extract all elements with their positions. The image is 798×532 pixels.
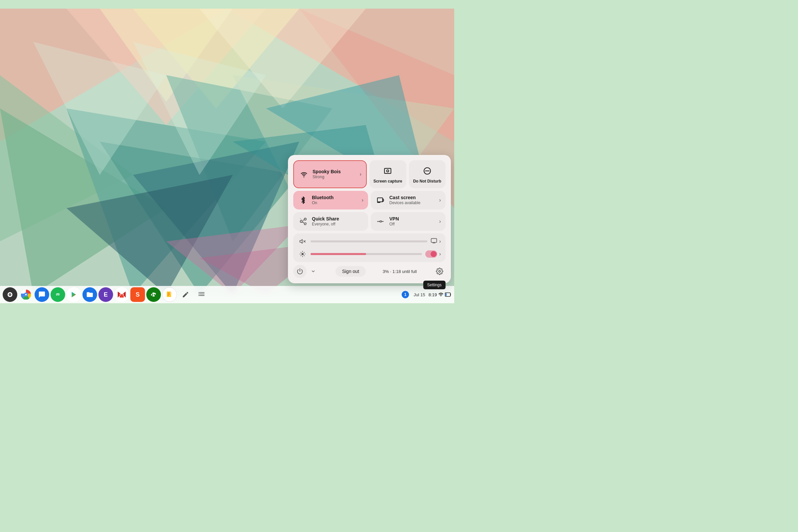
quick-share-icon	[298, 216, 308, 227]
vpn-chevron[interactable]: ›	[439, 218, 441, 225]
screen-icon	[431, 238, 437, 246]
svg-marker-51	[72, 292, 76, 298]
wifi-name: Spooky Bois	[312, 169, 357, 174]
svg-point-45	[10, 294, 11, 295]
app-files[interactable]	[82, 287, 97, 302]
do-not-disturb-tile[interactable]: Do Not Disturb	[409, 160, 446, 188]
svg-point-50	[55, 291, 61, 298]
tray-wifi-icon	[438, 292, 443, 297]
taskbar-apps: E S	[3, 287, 400, 302]
date-display[interactable]: Jul 15	[412, 291, 426, 298]
time-display[interactable]: 8:19	[429, 292, 452, 297]
app-keep[interactable]	[162, 287, 177, 302]
quick-share-status: Everyone, off	[312, 222, 363, 226]
app-gmail[interactable]	[114, 287, 129, 302]
svg-rect-60	[445, 293, 446, 296]
svg-point-35	[377, 221, 378, 222]
cast-title: Cast screen	[390, 195, 436, 201]
wifi-tile[interactable]: Spooky Bois Strong ›	[293, 160, 367, 188]
brightness-fill	[310, 253, 366, 255]
svg-rect-39	[431, 239, 437, 242]
svg-marker-36	[300, 240, 303, 243]
power-chevron-button[interactable]	[308, 266, 319, 277]
settings-gear-button[interactable]	[434, 265, 445, 277]
cast-status: Devices available	[390, 201, 436, 205]
brightness-row: ›	[298, 249, 441, 259]
toggle-knob	[431, 251, 437, 257]
notification-badge-tray[interactable]: 1	[400, 290, 410, 299]
wifi-chevron[interactable]: ›	[360, 171, 361, 177]
brightness-slider[interactable]	[310, 253, 422, 255]
vpn-tile[interactable]: VPN Off ›	[371, 212, 445, 231]
app-task-list[interactable]	[194, 287, 209, 302]
volume-row: ›	[298, 237, 441, 246]
volume-muted-icon	[298, 237, 307, 246]
app-chrome[interactable]	[19, 287, 33, 302]
launcher-button[interactable]	[3, 287, 17, 302]
quick-settings-panel: Spooky Bois Strong › Screen capture	[288, 155, 451, 283]
dark-mode-toggle[interactable]	[425, 250, 437, 258]
do-not-disturb-icon	[421, 165, 433, 177]
tray-battery-icon	[445, 292, 452, 297]
svg-point-29	[300, 221, 302, 223]
battery-status: 3% · 1:18 until full	[383, 269, 417, 274]
screen-capture-label: Screen capture	[374, 179, 402, 184]
dnd-label: Do Not Disturb	[413, 179, 441, 184]
brightness-icon	[298, 249, 307, 259]
app-play[interactable]	[66, 287, 81, 302]
app-edu[interactable]: E	[98, 287, 113, 302]
bluetooth-status: On	[312, 201, 358, 205]
sign-out-button[interactable]: Sign out	[336, 266, 366, 277]
app-chat[interactable]	[35, 287, 49, 302]
quick-share-title: Quick Share	[312, 216, 363, 222]
vpn-icon	[375, 216, 386, 227]
volume-slider[interactable]	[310, 241, 427, 242]
app-pen[interactable]	[178, 287, 193, 302]
power-button[interactable]	[293, 265, 307, 278]
wifi-icon	[299, 169, 309, 179]
bluetooth-icon	[298, 195, 308, 206]
settings-tooltip: Settings	[423, 281, 445, 289]
vpn-title: VPN	[390, 216, 436, 222]
cast-screen-tile[interactable]: Cast screen Devices available ›	[371, 191, 445, 209]
svg-rect-22	[385, 168, 391, 173]
volume-chevron[interactable]: ›	[439, 239, 441, 244]
vpn-status: Off	[390, 222, 436, 226]
svg-rect-27	[377, 198, 383, 202]
svg-point-49	[25, 294, 27, 296]
app-shogun[interactable]: S	[130, 287, 145, 302]
brightness-chevron[interactable]: ›	[439, 251, 441, 257]
app-spotify[interactable]	[51, 287, 65, 302]
svg-point-23	[387, 170, 389, 172]
bluetooth-chevron[interactable]: ›	[362, 197, 363, 203]
svg-rect-55	[168, 293, 170, 293]
svg-point-28	[304, 218, 306, 220]
screen-capture-icon	[382, 165, 394, 177]
sliders-section: › ›	[293, 233, 445, 262]
svg-rect-56	[168, 294, 170, 294]
bluetooth-title: Bluetooth	[312, 195, 358, 201]
time-text: 8:19	[429, 292, 437, 297]
svg-point-41	[302, 253, 304, 255]
svg-line-33	[300, 218, 307, 225]
volume-end: ›	[431, 238, 441, 246]
wifi-strength: Strong	[312, 174, 357, 179]
power-row	[293, 265, 319, 278]
notification-count: 1	[402, 291, 409, 298]
screen-capture-tile[interactable]: Screen capture	[369, 160, 406, 188]
cast-chevron[interactable]: ›	[439, 197, 441, 203]
taskbar: E S	[0, 286, 454, 303]
brightness-end: ›	[425, 250, 441, 258]
app-xbox[interactable]	[146, 287, 161, 302]
quick-settings-bottom: Sign out 3% · 1:18 until full Settings	[293, 265, 445, 278]
date-text: Jul 15	[414, 292, 425, 297]
bluetooth-tile[interactable]: Bluetooth On ›	[293, 191, 368, 209]
taskbar-tray: 1 Jul 15 8:19	[400, 290, 452, 299]
quick-share-tile[interactable]: Quick Share Everyone, off	[293, 212, 368, 231]
svg-point-42	[439, 270, 440, 272]
cast-screen-icon	[375, 195, 386, 206]
svg-rect-57	[168, 295, 169, 296]
